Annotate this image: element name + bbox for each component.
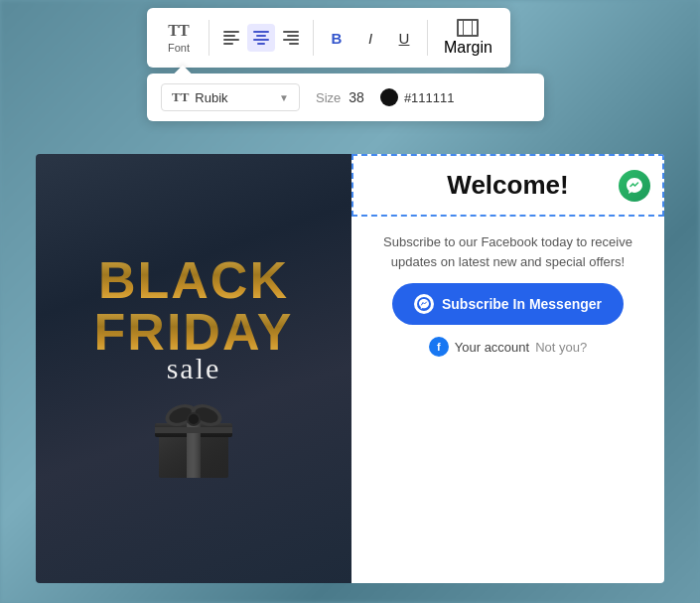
welcome-text: Welcome! xyxy=(447,170,568,201)
font-name-value: Rubik xyxy=(195,90,227,105)
align-group xyxy=(217,24,305,52)
font-select-dropdown[interactable]: TT Rubik ▼ xyxy=(161,83,300,111)
black-text: BLACK xyxy=(94,254,294,306)
align-right-icon xyxy=(283,31,299,45)
main-content: BLACK FRIDAY sale xyxy=(36,154,664,583)
subscribe-description: Subscribe to our Facebook today to recei… xyxy=(351,217,664,283)
friday-text: FRIDAY xyxy=(94,306,294,358)
toolbar-main: TT Font xyxy=(147,8,510,68)
bold-button[interactable]: B xyxy=(322,23,351,53)
toolbar-wrapper: TT Font xyxy=(147,8,544,121)
messenger-icon xyxy=(414,294,434,314)
color-hex-value: #111111 xyxy=(404,90,455,105)
font-section[interactable]: TT Font xyxy=(157,18,201,58)
size-group: Size 38 xyxy=(316,89,364,105)
font-icon-row: TT xyxy=(168,22,189,40)
svg-rect-6 xyxy=(155,427,232,433)
margin-icon xyxy=(457,19,479,37)
black-friday-text: BLACK FRIDAY sale xyxy=(94,254,294,383)
chevron-down-icon: ▼ xyxy=(279,92,289,103)
align-right-button[interactable] xyxy=(277,24,305,52)
right-panel: Welcome! Subscribe to our Facebook today… xyxy=(351,154,664,583)
svg-point-12 xyxy=(189,414,199,424)
font-tt-icon: TT xyxy=(168,22,189,40)
margin-label: Margin xyxy=(444,39,492,57)
align-left-icon xyxy=(223,31,239,45)
account-row: f Your account Not you? xyxy=(429,337,587,371)
gift-box-image xyxy=(149,393,238,483)
not-you-label[interactable]: Not you? xyxy=(535,340,587,355)
size-value[interactable]: 38 xyxy=(349,89,364,105)
size-label: Size xyxy=(316,90,341,105)
align-center-icon xyxy=(253,31,269,45)
font-tt-small-icon: TT xyxy=(172,89,189,105)
divider-1 xyxy=(209,20,210,56)
facebook-icon: f xyxy=(429,337,449,357)
left-panel: BLACK FRIDAY sale xyxy=(36,154,351,583)
margin-icon-row xyxy=(457,19,479,37)
color-group[interactable]: #111111 xyxy=(380,88,455,106)
account-label[interactable]: Your account xyxy=(455,340,529,355)
align-left-button[interactable] xyxy=(217,24,245,52)
margin-section[interactable]: Margin xyxy=(436,15,500,61)
subscribe-button-label: Subscribe In Messenger xyxy=(442,296,602,312)
align-center-button[interactable] xyxy=(247,24,275,52)
color-swatch[interactable] xyxy=(380,88,398,106)
font-options-bar: TT Rubik ▼ Size 38 #111111 xyxy=(147,74,544,121)
chat-avatar xyxy=(619,170,650,202)
welcome-box[interactable]: Welcome! xyxy=(351,154,664,217)
underline-button[interactable]: U xyxy=(389,23,419,53)
subscribe-messenger-button[interactable]: Subscribe In Messenger xyxy=(392,283,624,325)
italic-button[interactable]: I xyxy=(355,23,385,53)
font-label: Font xyxy=(168,42,190,54)
format-group: B I U xyxy=(322,23,419,53)
divider-3 xyxy=(427,20,428,56)
divider-2 xyxy=(313,20,314,56)
